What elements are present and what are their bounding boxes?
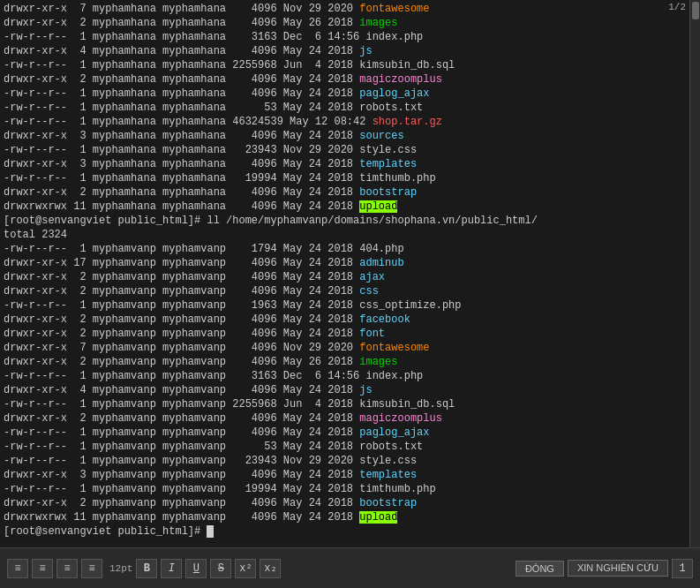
terminal-line: -rw-r--r-- 1 myphamvanp myphamvanp 23943… xyxy=(4,454,696,468)
subscript-button[interactable]: x₂ xyxy=(260,559,281,578)
terminal-line: drwxr-xr-x 7 myphamvanp myphamvanp 4096 … xyxy=(4,341,696,355)
terminal-line: drwxr-xr-x 3 myphamhana myphamhana 4096 … xyxy=(4,129,696,143)
terminal-line: drwxr-xr-x 2 myphamvanp myphamvanp 4096 … xyxy=(4,313,696,327)
terminal-line: -rw-r--r-- 1 myphamvanp myphamvanp 1963 … xyxy=(4,298,696,313)
dong-button[interactable]: ĐÓNG xyxy=(516,561,564,577)
terminal-line: -rw-r--r-- 1 myphamvanp myphamvanp 53 Ma… xyxy=(4,440,696,454)
terminal-line: -rw-r--r-- 1 myphamhana myphamhana 3163 … xyxy=(4,30,696,44)
terminal-line: -rw-r--r-- 1 myphamhana myphamhana 46324… xyxy=(4,115,696,129)
terminal-line: drwxr-xr-x 4 myphamhana myphamhana 4096 … xyxy=(4,44,696,58)
align-right-button[interactable]: ≡ xyxy=(56,559,78,578)
terminal-line: drwxr-xr-x 2 myphamhana myphamhana 4096 … xyxy=(4,16,696,30)
scrollbar-thumb[interactable] xyxy=(692,2,699,19)
superscript-button[interactable]: x² xyxy=(235,559,256,578)
terminal-line: drwxr-xr-x 4 myphamvanp myphamvanp 4096 … xyxy=(4,383,696,397)
terminal-line: -rw-r--r-- 1 myphamhana myphamhana 22559… xyxy=(4,58,696,72)
terminal-line: drwxr-xr-x 17 myphamvanp myphamvanp 4096… xyxy=(4,256,696,270)
xin-nghien-cuu-button[interactable]: XIN NGHIÊN CỨU xyxy=(568,560,668,577)
bottom-toolbar: ≡ ≡ ≡ ≡ 12pt B I U S x² x₂ ĐÓNG XIN NGHI… xyxy=(0,547,700,588)
terminal-line: drwxr-xr-x 2 myphamvanp myphamvanp 4096 … xyxy=(4,327,696,341)
terminal-line: -rw-r--r-- 1 myphamhana myphamhana 23943… xyxy=(4,143,696,157)
toolbar-right: ĐÓNG XIN NGHIÊN CỨU 1 xyxy=(516,559,693,578)
terminal-line: drwxr-xr-x 2 myphamvanp myphamvanp 4096 … xyxy=(4,496,696,510)
terminal-cursor xyxy=(207,525,213,538)
terminal-line: drwxrwxrwx 11 myphamvanp myphamvanp 4096… xyxy=(4,510,696,524)
terminal-line: -rw-r--r-- 1 myphamhana myphamhana 53 Ma… xyxy=(4,101,696,115)
terminal-line: drwxr-xr-x 3 myphamhana myphamhana 4096 … xyxy=(4,157,696,171)
option-button[interactable]: 1 xyxy=(672,559,693,578)
terminal-line: drwxr-xr-x 3 myphamvanp myphamvanp 4096 … xyxy=(4,468,696,482)
page-indicator: 1/2 xyxy=(668,2,686,12)
terminal-line: drwxr-xr-x 2 myphamvanp myphamvanp 4096 … xyxy=(4,355,696,369)
terminal-line: -rw-r--r-- 1 myphamhana myphamhana 19994… xyxy=(4,171,696,185)
terminal-line: drwxr-xr-x 2 myphamvanp myphamvanp 4096 … xyxy=(4,411,696,426)
scrollbar[interactable] xyxy=(689,0,700,547)
bold-button[interactable]: B xyxy=(136,559,157,578)
terminal-line: -rw-r--r-- 1 myphamvanp myphamvanp 22559… xyxy=(4,397,696,411)
terminal-line: -rw-r--r-- 1 myphamhana myphamhana 4096 … xyxy=(4,87,696,101)
align-justify-button[interactable]: ≡ xyxy=(81,559,102,578)
terminal-content: drwxr-xr-x 7 myphamhana myphamhana 4096 … xyxy=(4,2,696,539)
terminal-line: -rw-r--r-- 1 myphamvanp myphamvanp 19994… xyxy=(4,482,696,496)
terminal-line: -rw-r--r-- 1 myphamvanp myphamvanp 3163 … xyxy=(4,369,696,383)
terminal-line: drwxrwxrwx 11 myphamhana myphamhana 4096… xyxy=(4,200,696,214)
font-size-label: 12pt xyxy=(109,563,132,574)
terminal-line: drwxr-xr-x 2 myphamhana myphamhana 4096 … xyxy=(4,185,696,200)
underline-button[interactable]: U xyxy=(185,559,207,578)
italic-button[interactable]: I xyxy=(161,559,182,578)
terminal: drwxr-xr-x 7 myphamhana myphamhana 4096 … xyxy=(0,0,700,547)
terminal-line: [root@senvangviet public_html]# ll /home… xyxy=(4,214,696,228)
terminal-line: drwxr-xr-x 2 myphamvanp myphamvanp 4096 … xyxy=(4,270,696,284)
terminal-line: -rw-r--r-- 1 myphamvanp myphamvanp 1794 … xyxy=(4,242,696,256)
terminal-line: drwxr-xr-x 2 myphamvanp myphamvanp 4096 … xyxy=(4,284,696,298)
terminal-line: drwxr-xr-x 7 myphamhana myphamhana 4096 … xyxy=(4,2,696,16)
terminal-line: [root@senvangviet public_html]# xyxy=(4,524,696,539)
align-center-button[interactable]: ≡ xyxy=(32,559,53,578)
strikethrough-button[interactable]: S xyxy=(210,559,231,578)
terminal-line: total 2324 xyxy=(4,228,696,242)
terminal-line: -rw-r--r-- 1 myphamvanp myphamvanp 4096 … xyxy=(4,426,696,440)
terminal-line: drwxr-xr-x 2 myphamhana myphamhana 4096 … xyxy=(4,72,696,87)
align-left-button[interactable]: ≡ xyxy=(7,559,28,578)
toolbar-left: ≡ ≡ ≡ ≡ 12pt B I U S x² x₂ xyxy=(7,559,281,578)
